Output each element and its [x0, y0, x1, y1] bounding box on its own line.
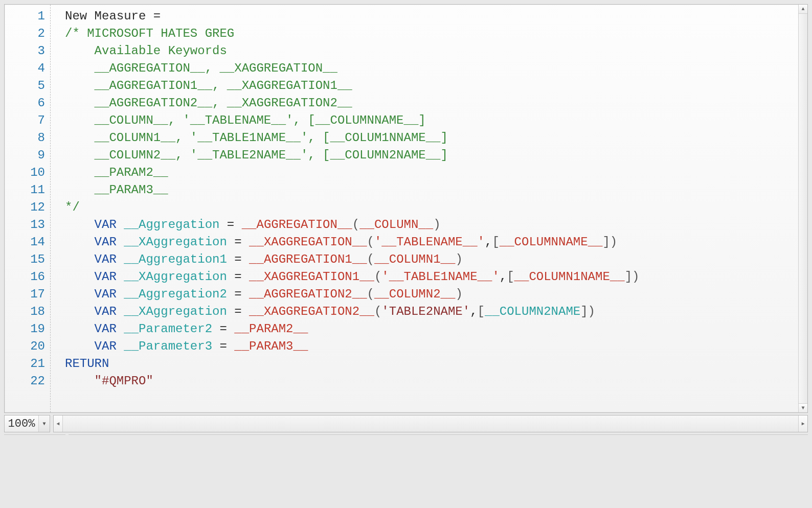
code-token: ,	[470, 305, 477, 318]
line-number: 9	[5, 147, 50, 164]
code-token: */	[65, 200, 80, 214]
code-token	[117, 305, 124, 318]
line-number: 19	[5, 320, 50, 338]
code-token: VAR	[95, 339, 117, 353]
code-token: ,	[485, 235, 492, 249]
code-token	[117, 235, 124, 249]
code-token: [	[492, 235, 499, 249]
vertical-scrollbar[interactable]: ▲ ▼	[798, 5, 807, 412]
scroll-up-arrow-icon[interactable]: ▲	[799, 5, 807, 14]
code-token	[65, 322, 95, 336]
code-token: __COLUMN__, '__TABLENAME__', [__COLUMNNA…	[65, 113, 426, 127]
code-token: VAR	[95, 218, 117, 232]
code-token	[65, 339, 95, 353]
code-token: __Aggregation1	[124, 252, 227, 266]
code-token	[117, 218, 124, 232]
code-line[interactable]: /* MICROSOFT HATES GREG	[65, 25, 807, 42]
line-number: 15	[5, 251, 50, 268]
zoom-selector[interactable]: 100% ▼	[4, 415, 50, 432]
code-line[interactable]: VAR __XAggregation = __XAGGREGATION__('_…	[65, 234, 807, 251]
code-token	[117, 270, 124, 284]
code-token: __COLUMN2__, '__TABLE2NAME__', [__COLUMN…	[65, 148, 448, 162]
code-token: __AGGREGATION__	[242, 218, 352, 232]
code-line[interactable]: New Measure =	[65, 8, 807, 25]
code-token: __COLUMN2NAME	[485, 305, 580, 318]
code-token	[65, 235, 95, 249]
code-token: (	[374, 305, 381, 318]
line-number: 16	[5, 268, 50, 286]
code-line[interactable]: VAR __Parameter2 = __PARAM2__	[65, 320, 807, 338]
code-token: __XAggregation	[124, 235, 227, 249]
code-token: __COLUMNNAME__	[500, 235, 603, 249]
code-line[interactable]: __COLUMN1__, '__TABLE1NAME__', [__COLUM1…	[65, 129, 807, 147]
line-number-gutter: 12345678910111213141516171819202122	[5, 5, 51, 412]
code-line[interactable]: VAR __Aggregation = __AGGREGATION__(__CO…	[65, 216, 807, 234]
line-number: 12	[5, 199, 50, 216]
zoom-value: 100%	[5, 415, 38, 432]
status-strip	[4, 434, 808, 444]
status-slot	[4, 434, 65, 444]
code-token	[65, 270, 95, 284]
code-line[interactable]: VAR __XAggregation = __XAGGREGATION2__('…	[65, 303, 807, 320]
code-token: [	[507, 270, 514, 284]
code-line[interactable]: __AGGREGATION1__, __XAGGREGATION1__	[65, 77, 807, 95]
formula-editor[interactable]: 12345678910111213141516171819202122 New …	[4, 4, 808, 413]
code-token: "#QMPRO"	[95, 374, 153, 388]
code-token: __AGGREGATION1__	[249, 252, 367, 266]
code-token: __XAGGREGATION2__	[249, 305, 374, 318]
code-line[interactable]: __COLUMN2__, '__TABLE2NAME__', [__COLUMN…	[65, 147, 807, 164]
line-number: 22	[5, 373, 50, 390]
code-token: VAR	[95, 305, 117, 318]
code-token: __XAGGREGATION1__	[249, 270, 374, 284]
code-token: __COLUMN2__	[374, 287, 455, 301]
scroll-left-arrow-icon[interactable]: ◄	[54, 415, 63, 432]
scroll-down-arrow-icon[interactable]: ▼	[799, 403, 807, 412]
code-token: =	[219, 218, 241, 232]
line-number: 13	[5, 216, 50, 234]
code-token	[117, 339, 124, 353]
code-content[interactable]: New Measure = /* MICROSOFT HATES GREG Av…	[51, 5, 807, 390]
line-number: 21	[5, 355, 50, 373]
code-line[interactable]: VAR __Aggregation1 = __AGGREGATION1__(__…	[65, 251, 807, 268]
code-token: __AGGREGATION2__	[249, 287, 367, 301]
code-line[interactable]: __AGGREGATION__, __XAGGREGATION__	[65, 60, 807, 77]
code-line[interactable]: VAR __Aggregation2 = __AGGREGATION2__(__…	[65, 286, 807, 303]
code-line[interactable]: __AGGREGATION2__, __XAGGREGATION2__	[65, 95, 807, 112]
code-token: ])	[580, 305, 595, 318]
code-token: 'TABLE2NAME'	[381, 305, 470, 318]
code-token: VAR	[95, 287, 117, 301]
code-token: =	[212, 322, 234, 336]
code-token	[65, 252, 95, 266]
line-number: 7	[5, 112, 50, 129]
code-token: )	[433, 218, 440, 232]
code-line[interactable]: __COLUMN__, '__TABLENAME__', [__COLUMNNA…	[65, 112, 807, 129]
code-token: __AGGREGATION__, __XAGGREGATION__	[65, 61, 337, 75]
status-slot	[69, 434, 808, 444]
horizontal-scrollbar[interactable]: ◄ ►	[53, 415, 808, 432]
code-line[interactable]: __PARAM3__	[65, 181, 807, 199]
code-line[interactable]: RETURN	[65, 355, 807, 373]
line-number: 5	[5, 77, 50, 95]
code-token: )	[455, 252, 462, 266]
code-line[interactable]: Available Keywords	[65, 42, 807, 60]
code-token: =	[227, 235, 249, 249]
line-number: 3	[5, 42, 50, 60]
code-token: __Parameter2	[124, 322, 212, 336]
line-number: 20	[5, 338, 50, 355]
code-line[interactable]: */	[65, 199, 807, 216]
code-token: RETURN	[65, 357, 109, 371]
code-token: (	[367, 287, 374, 301]
code-line[interactable]: "#QMPRO"	[65, 373, 807, 390]
code-token: VAR	[95, 322, 117, 336]
code-token	[65, 374, 95, 388]
code-token	[117, 322, 124, 336]
line-number: 4	[5, 60, 50, 77]
zoom-dropdown-icon[interactable]: ▼	[38, 415, 50, 432]
code-line[interactable]: VAR __XAggregation = __XAGGREGATION1__('…	[65, 268, 807, 286]
code-area[interactable]: New Measure = /* MICROSOFT HATES GREG Av…	[51, 5, 807, 412]
code-token: VAR	[95, 235, 117, 249]
code-line[interactable]: __PARAM2__	[65, 164, 807, 181]
scroll-right-arrow-icon[interactable]: ►	[798, 415, 807, 432]
code-line[interactable]: VAR __Parameter3 = __PARAM3__	[65, 338, 807, 355]
code-token: __PARAM2__	[234, 322, 308, 336]
